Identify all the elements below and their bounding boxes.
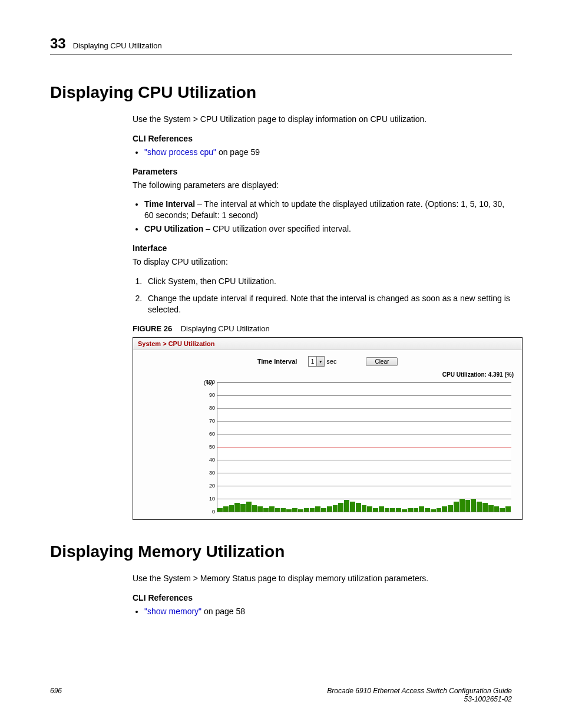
cpu-utilization-readout: CPU Utilization: 4.391 (%) — [442, 371, 514, 378]
data-bar — [494, 506, 500, 512]
data-bar — [482, 503, 488, 512]
link-show-process-cpu[interactable]: "show process cpu" — [144, 147, 216, 157]
cpu-chart: 1009080706050403020100 — [217, 382, 511, 512]
memory-intro: Use the System > Memory Status page to d… — [133, 573, 512, 584]
param-desc: – The interval at which to update the di… — [144, 199, 504, 220]
data-bar — [425, 508, 431, 512]
gridline — [217, 434, 511, 434]
y-tick-label: 20 — [202, 483, 215, 489]
gridline — [217, 486, 511, 486]
y-tick-label: 70 — [202, 418, 215, 424]
cli-references-heading: CLI References — [133, 133, 512, 144]
clear-button[interactable]: Clear — [366, 357, 398, 366]
data-bar — [229, 505, 235, 512]
time-interval-select[interactable]: 1 ▼ — [308, 356, 325, 367]
running-header: 33 Displaying CPU Utilization — [50, 35, 512, 55]
y-tick-label: 60 — [202, 431, 215, 437]
y-tick-label: 30 — [202, 470, 215, 476]
data-bar — [385, 508, 391, 512]
gridline — [217, 499, 511, 499]
data-bar — [465, 500, 471, 512]
cpu-utilization-panel: System > CPU Utilization Time Interval 1… — [133, 337, 523, 520]
y-tick-label: 50 — [202, 444, 215, 450]
data-bar — [344, 500, 350, 512]
y-tick-label: 80 — [202, 405, 215, 411]
doc-title: Brocade 6910 Ethernet Access Switch Conf… — [327, 687, 512, 695]
data-bar — [217, 508, 223, 512]
data-bar — [292, 508, 298, 512]
y-tick-label: 0 — [202, 509, 215, 515]
page-footer: 696 Brocade 6910 Ethernet Access Switch … — [50, 687, 512, 703]
section-heading-memory: Displaying Memory Utilization — [50, 542, 512, 561]
data-bar — [488, 505, 494, 512]
cli-link-suffix: on page 59 — [216, 147, 260, 157]
gridline — [217, 408, 511, 409]
data-bar — [442, 506, 448, 512]
parameters-heading: Parameters — [133, 166, 512, 177]
data-bar — [252, 505, 258, 512]
y-tick-label: 90 — [202, 392, 215, 398]
data-bar — [304, 508, 310, 512]
param-time-interval: Time Interval – The interval at which to… — [144, 199, 512, 221]
gridline — [217, 395, 511, 396]
data-bar — [396, 508, 402, 512]
section-heading-cpu: Displaying CPU Utilization — [50, 83, 512, 102]
data-bar — [477, 502, 482, 512]
time-interval-unit: sec — [326, 358, 336, 365]
panel-breadcrumb: System > CPU Utilization — [133, 338, 522, 350]
param-name: CPU Utilization — [144, 224, 203, 233]
cli-reference-item-memory: "show memory" on page 58 — [144, 606, 512, 617]
param-name: Time Interval — [144, 199, 195, 209]
page-number: 696 — [50, 687, 62, 703]
data-bar — [269, 506, 275, 512]
data-bar — [367, 506, 373, 512]
data-bar — [263, 508, 269, 512]
data-bar — [275, 508, 281, 512]
gridline — [217, 473, 511, 473]
data-bar — [419, 506, 425, 512]
figure-number: FIGURE 26 — [133, 324, 172, 333]
y-tick-label: 10 — [202, 496, 215, 502]
data-bar — [338, 503, 344, 512]
running-title: Displaying CPU Utilization — [73, 41, 162, 50]
step-2: Change the update interval if required. … — [144, 293, 512, 315]
data-bar — [327, 506, 333, 512]
gridline — [217, 512, 511, 512]
interface-heading: Interface — [133, 243, 512, 254]
data-bar — [379, 506, 385, 512]
figure-title: Displaying CPU Utilization — [181, 324, 270, 333]
data-bar — [240, 504, 246, 512]
time-interval-label: Time Interval — [257, 358, 297, 365]
gridline — [217, 421, 511, 421]
data-bar — [223, 506, 229, 512]
y-tick-label: 100 — [202, 379, 215, 385]
data-bar — [505, 506, 511, 512]
data-bar — [408, 508, 414, 512]
cli-link-suffix-memory: on page 58 — [201, 607, 245, 616]
gridline — [217, 382, 511, 383]
param-cpu-utilization: CPU Utilization – CPU utilization over s… — [144, 223, 512, 235]
step-1: Click System, then CPU Utilization. — [144, 276, 512, 287]
data-bar — [414, 508, 419, 512]
data-bar — [471, 499, 477, 512]
data-bar — [459, 499, 465, 512]
data-bar — [281, 508, 287, 512]
data-bar — [246, 502, 252, 512]
chapter-number: 33 — [50, 35, 66, 52]
data-bar — [448, 505, 454, 512]
data-bar — [500, 508, 505, 512]
gridline — [217, 460, 511, 460]
data-bar — [333, 505, 339, 512]
data-bar — [321, 508, 327, 512]
data-bar — [390, 508, 396, 512]
link-show-memory[interactable]: "show memory" — [144, 607, 201, 616]
param-desc: – CPU utilization over specified interva… — [203, 224, 351, 233]
cli-references-heading-memory: CLI References — [133, 592, 512, 604]
data-bar — [356, 503, 362, 512]
interface-intro: To display CPU utilization: — [133, 256, 512, 268]
data-bar — [310, 508, 316, 512]
data-bar — [437, 508, 442, 512]
data-bar — [454, 502, 459, 512]
dropdown-arrow-icon: ▼ — [316, 357, 324, 366]
data-bar — [362, 505, 368, 512]
